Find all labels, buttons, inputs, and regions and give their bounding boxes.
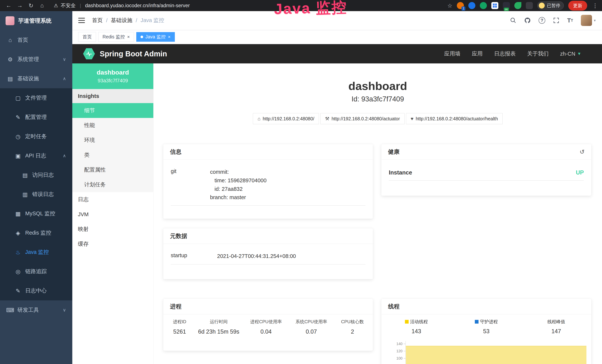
sba-nav-journal[interactable]: 日志报表	[494, 50, 516, 57]
sba-item-mappings[interactable]: 映射	[72, 222, 153, 237]
extensions-puzzle-icon[interactable]	[526, 2, 533, 9]
info-line: id: 27aa832	[210, 185, 267, 193]
font-size-icon[interactable]: TT	[567, 17, 573, 24]
sba-nav-wallboard[interactable]: 应用墙	[444, 50, 460, 57]
sba-nav-applications[interactable]: 应用	[472, 50, 483, 57]
breadcrumb-infrastructure[interactable]: 基础设施	[111, 17, 132, 24]
info-line: commit:	[210, 168, 267, 176]
column-header: 运行时间	[194, 319, 243, 325]
close-icon[interactable]: ×	[168, 35, 171, 39]
sidebar-item-label: 系统管理	[17, 56, 39, 63]
locale-value: zh-CN	[560, 51, 575, 57]
sidebar-item-error-logs[interactable]: ▥ 错误日志	[0, 185, 72, 204]
sidebar-item-dev-tools[interactable]: ⌨ 研发工具 ∨	[0, 300, 72, 320]
sidebar-item-label: MySQL 监控	[25, 210, 55, 217]
sidebar-item-label: 配置管理	[25, 114, 47, 121]
sba-nav: 应用墙 应用 日志报表 关于我们 zh-CN ▼	[444, 50, 581, 57]
reload-icon[interactable]: ↻	[26, 2, 36, 9]
log-center-icon: ✎	[14, 288, 22, 294]
service-url-link[interactable]: ⌂ http://192.168.0.2:48080/	[253, 113, 319, 124]
y-tick: 100	[388, 356, 406, 361]
metadata-value: 2021-04-27T00:44:31.254+08:00	[217, 252, 296, 260]
extension-leaf-icon[interactable]	[514, 2, 521, 9]
profile-chip[interactable]: 已暂停	[537, 1, 564, 10]
sidebar-item-home[interactable]: ⌂ 首页	[0, 30, 72, 50]
metadata-key: startup	[171, 252, 217, 260]
sidebar-item-log-center[interactable]: ✎ 日志中心	[0, 281, 72, 300]
card-header: 进程	[163, 299, 373, 314]
app-logo[interactable]: 芋道管理系统	[0, 11, 72, 30]
hamburger-icon[interactable]	[78, 18, 85, 23]
locale-select[interactable]: zh-CN ▼	[560, 51, 581, 57]
health-url-link[interactable]: ♥ http://192.168.0.2:48080/actuator/heal…	[406, 113, 503, 124]
process-column: CPU核心数 2	[334, 319, 371, 335]
sba-item-caches[interactable]: 缓存	[72, 237, 153, 251]
legend-label: 守护进程	[480, 319, 498, 325]
sidebar-item-access-logs[interactable]: ▤ 访问日志	[0, 165, 72, 185]
sba-item-performance[interactable]: 性能	[72, 118, 153, 133]
sidebar-item-file-management[interactable]: ▢ 文件管理	[0, 88, 72, 107]
home-icon: ⌂	[6, 37, 14, 43]
process-column: 运行时间 6d 23h 15m 59s	[194, 319, 243, 335]
extension-green-icon[interactable]	[480, 2, 487, 9]
threads-legend: 活动线程 143 守护进程 53 线程峰值 147	[381, 314, 591, 335]
sidebar-item-label: 定时任务	[25, 133, 47, 140]
sba-nav-about[interactable]: 关于我们	[527, 50, 548, 57]
home-icon[interactable]: ⌂	[37, 2, 47, 9]
breadcrumb-home[interactable]: 首页	[92, 17, 103, 24]
sba-item-environment[interactable]: 环境	[72, 133, 153, 148]
chrome-menu-icon[interactable]: ⋮	[592, 2, 598, 9]
address-bar[interactable]: ⚠ 不安全 | dashboard.yudao.iocoder.cn/infra…	[54, 2, 190, 9]
home-icon: ⌂	[258, 116, 260, 122]
tab-java-monitor[interactable]: Java 监控 ×	[136, 32, 175, 42]
sidebar-item-redis-monitor[interactable]: ◈ Redis 监控	[0, 223, 72, 243]
instance-name: dashboard	[97, 69, 129, 76]
sba-item-config-props[interactable]: 配置属性	[72, 162, 153, 177]
sba-item-scheduled-tasks[interactable]: 计划任务	[72, 177, 153, 192]
sidebar-item-label: 链路追踪	[25, 268, 47, 275]
health-card: 健康 ↺ Instance UP	[381, 144, 591, 196]
extension-fox-icon[interactable]: 1	[457, 2, 464, 9]
sidebar-item-api-logs[interactable]: ▣ API 日志 ∧	[0, 146, 72, 165]
instance-header[interactable]: dashboard 93a3fc7f7409	[72, 64, 153, 89]
tab-label: 首页	[83, 34, 92, 40]
sidebar-item-infrastructure[interactable]: ▤ 基础设施 ∧	[0, 69, 72, 88]
forward-icon[interactable]: →	[15, 2, 24, 9]
close-icon[interactable]: ×	[127, 35, 130, 39]
sba-item-jvm[interactable]: JVM	[72, 207, 153, 222]
card-title: 进程	[170, 303, 182, 310]
sba-item-details[interactable]: 细节	[72, 103, 153, 118]
sidebar-item-system-management[interactable]: ⚙ 系统管理 ∨	[0, 50, 72, 69]
sba-item-classes[interactable]: 类	[72, 148, 153, 162]
github-icon[interactable]	[524, 17, 531, 24]
extension-drop-icon[interactable]	[468, 2, 475, 9]
help-icon[interactable]: ?	[538, 17, 545, 24]
actuator-url-link[interactable]: ⚒ http://192.168.0.2:48080/actuator	[320, 113, 405, 124]
card-header: 健康 ↺	[381, 144, 591, 160]
tab-home[interactable]: 首页	[78, 32, 96, 42]
history-icon[interactable]: ↺	[580, 148, 585, 155]
extension-grid-icon[interactable]	[491, 2, 498, 9]
chevron-up-icon: ∧	[63, 76, 66, 81]
sidebar-item-mysql-monitor[interactable]: ▦ MySQL 监控	[0, 204, 72, 223]
extension-switch-icon[interactable]: on	[503, 2, 510, 9]
chevron-down-icon: ∨	[63, 57, 66, 62]
sba-item-logs[interactable]: 日志	[72, 192, 153, 207]
insights-section-label: Insights	[72, 89, 153, 103]
user-avatar[interactable]: ▾	[581, 15, 596, 26]
search-icon[interactable]	[510, 17, 516, 23]
breadcrumb-separator: /	[136, 17, 137, 23]
bookmark-star-icon[interactable]: ☆	[447, 2, 452, 9]
sidebar-item-scheduled-tasks[interactable]: ◷ 定时任务	[0, 127, 72, 146]
tab-redis-monitor[interactable]: Redis 监控 ×	[98, 32, 134, 42]
sidebar-item-label: 日志中心	[25, 287, 47, 294]
fullscreen-icon[interactable]	[553, 17, 559, 23]
chrome-update-button[interactable]: 更新	[568, 1, 587, 11]
back-icon[interactable]: ←	[4, 2, 13, 9]
legend-value: 147	[551, 328, 561, 335]
sidebar-item-link-tracing[interactable]: ◎ 链路追踪	[0, 262, 72, 281]
warning-icon: ⚠	[54, 3, 58, 9]
sidebar-item-java-monitor[interactable]: ♨ Java 监控	[0, 243, 72, 262]
sidebar-item-config-management[interactable]: ✎ 配置管理	[0, 107, 72, 127]
threads-card: 线程 活动线程 143 守护进程 53 线程峰值	[381, 299, 591, 364]
